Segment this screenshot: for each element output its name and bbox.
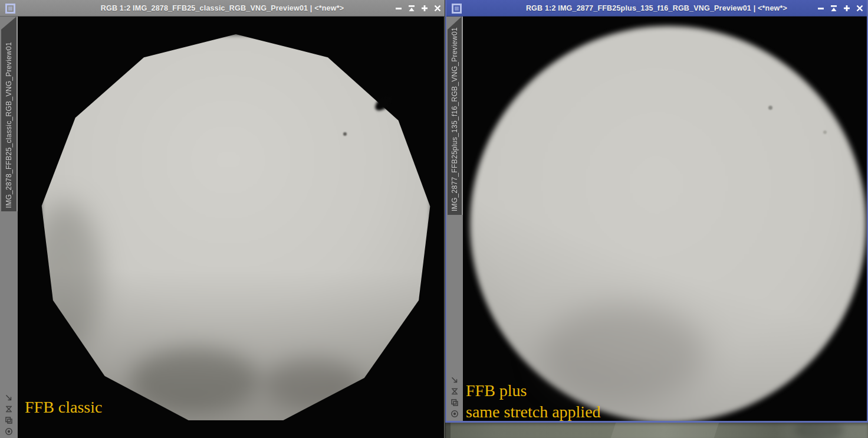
track-view-icon[interactable] [450, 409, 459, 419]
flat-field-disk [40, 34, 432, 426]
view-selector-strip: IMG_2877_FFB25plus_135_f16_RGB_VNG_Previ… [446, 17, 463, 421]
titlebar[interactable]: RGB 1:2 IMG_2877_FFB25plus_135_f16_RGB_V… [446, 0, 867, 17]
preview-tab[interactable]: IMG_2878_FFB25_classic_RGB_VNG_Preview01 [1, 17, 17, 211]
selection-frame-icon[interactable] [450, 387, 459, 396]
image-canvas-ffb-plus[interactable]: FFB plus same stretch applied [463, 17, 867, 421]
minimize-button[interactable] [394, 4, 403, 13]
fit-view-icon[interactable] [4, 393, 14, 403]
window-title: RGB 1:2 IMG_2877_FFB25plus_135_f16_RGB_V… [446, 4, 867, 12]
workspace-background [445, 423, 868, 438]
close-button[interactable] [433, 4, 442, 13]
window-menu-icon[interactable] [452, 4, 462, 14]
titlebar-buttons [394, 0, 442, 17]
view-selector-strip: IMG_2878_FFB25_classic_RGB_VNG_Preview01 [0, 17, 18, 438]
preview-tab-label: IMG_2878_FFB25_classic_RGB_VNG_Preview01 [5, 42, 13, 208]
titlebar-buttons [816, 0, 864, 17]
side-toolbar [450, 375, 459, 419]
window-menu-icon[interactable] [5, 4, 15, 14]
image-window-ffb-plus: RGB 1:2 IMG_2877_FFB25plus_135_f16_RGB_V… [445, 0, 868, 423]
side-toolbar [4, 393, 14, 436]
flat-field-disk [470, 26, 866, 421]
workspace-shadow [794, 423, 844, 438]
vignette-shade [470, 26, 866, 421]
track-view-icon[interactable] [4, 427, 14, 436]
shade-button[interactable] [829, 4, 839, 13]
dust-speck [343, 132, 347, 136]
dust-speck [768, 106, 772, 110]
zoom-button[interactable] [420, 4, 429, 13]
annotation-text: FFB classic [25, 397, 102, 418]
annotation-text-line2: same stretch applied [466, 401, 601, 421]
close-button[interactable] [855, 4, 864, 13]
image-window-ffb-classic: RGB 1:2 IMG_2878_FFB25_classic_RGB_VNG_P… [0, 0, 445, 438]
workspace-shadow [445, 423, 451, 438]
preview-tab-label: IMG_2877_FFB25plus_135_f16_RGB_VNG_Previ… [451, 27, 459, 211]
workspace-highlight [611, 423, 719, 438]
image-canvas-ffb-classic[interactable]: FFB classic [18, 17, 444, 438]
pixinsight-workspace: RGB 1:2 IMG_2878_FFB25_classic_RGB_VNG_P… [0, 0, 868, 438]
selection-frame-icon[interactable] [4, 404, 14, 414]
minimize-button[interactable] [816, 4, 826, 13]
titlebar[interactable]: RGB 1:2 IMG_2878_FFB25_classic_RGB_VNG_P… [0, 0, 445, 17]
dust-speck [823, 130, 827, 134]
duplicate-view-icon[interactable] [4, 416, 14, 425]
vignette-shade [40, 34, 432, 426]
annotation-text-line1: FFB plus [466, 380, 527, 401]
duplicate-view-icon[interactable] [450, 398, 459, 407]
shade-button[interactable] [407, 4, 416, 13]
window-title: RGB 1:2 IMG_2878_FFB25_classic_RGB_VNG_P… [0, 4, 445, 12]
zoom-button[interactable] [842, 4, 851, 13]
preview-tab[interactable]: IMG_2877_FFB25plus_135_f16_RGB_VNG_Previ… [448, 17, 462, 215]
fit-view-icon[interactable] [450, 375, 459, 385]
